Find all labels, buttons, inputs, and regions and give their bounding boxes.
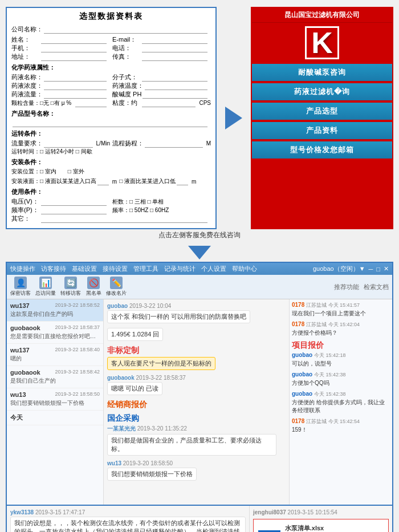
nav-personal[interactable]: 个人设置 <box>201 265 226 273</box>
nav-quick-op[interactable]: 快捷操作 <box>10 265 35 273</box>
brand-menu-acid[interactable]: 耐酸碱泵咨询 <box>252 64 392 81</box>
window-close[interactable]: ✕ <box>384 265 389 273</box>
mol-field[interactable] <box>142 74 207 82</box>
company-field[interactable] <box>44 26 207 34</box>
nav-visitor[interactable]: 访客接待 <box>41 265 66 273</box>
nav-manage[interactable]: 管理工具 <box>133 265 158 273</box>
install-low-field[interactable] <box>177 177 188 185</box>
chem-row2: 药液浓度： 药液温度： <box>11 82 211 90</box>
chat-topbar-nav: 快捷操作 访客接待 基础设置 接待设置 管理工具 记录与统计 个人设置 帮助中心 <box>10 265 257 273</box>
brand-menu-select[interactable]: 产品选型 <box>252 103 392 120</box>
conv-time-3: 2019-3-22 18:58:42 <box>55 369 100 376</box>
nav-help[interactable]: 帮助中心 <box>232 265 257 273</box>
toolbar-total[interactable]: 📊 总访问量 <box>35 277 56 297</box>
chem-name-field[interactable] <box>44 74 107 82</box>
user-status[interactable]: guobao（空闲）▼ <box>313 265 365 273</box>
k-letter: K <box>305 26 339 59</box>
name-field[interactable] <box>41 36 107 44</box>
right-body-5: 159！ <box>292 426 390 434</box>
privacy-icon: 👤 <box>14 277 27 289</box>
brand-menu-price[interactable]: 型号价格发您邮箱 <box>252 141 392 159</box>
viscosity-label: 粘度：约 <box>112 99 141 107</box>
right-time-2: 今天 15:42:18 <box>314 352 346 358</box>
conv-item-2[interactable]: wu137 2019-3-22 18:58:40 嗯的 <box>7 344 103 366</box>
right-body-3: 方便加个QQ吗 <box>292 379 390 387</box>
other-field[interactable] <box>41 215 207 223</box>
company-row: 公司名称： <box>11 25 211 34</box>
temp-field[interactable] <box>145 82 207 90</box>
chat-bottom-section: ykw3138 2019-3-15 17:47:17 我们的设想是，，，装个检测… <box>7 505 392 532</box>
nav-reception[interactable]: 接待设置 <box>103 265 128 273</box>
freq-field[interactable] <box>41 206 107 214</box>
phone-field[interactable] <box>142 44 207 52</box>
address-field[interactable] <box>41 53 107 61</box>
right-msg-1: 0178 江苏盐城 今天 15:42:04 方便报个价格吗？ <box>292 321 390 337</box>
conv-item-3[interactable]: guobaook 2019-3-22 18:58:42 是我们自己生产的 <box>7 366 103 388</box>
conv-msg-2: 嗯的 <box>10 355 99 363</box>
nav-records[interactable]: 记录与统计 <box>164 265 196 273</box>
flow-field[interactable] <box>44 91 107 99</box>
nav-basic[interactable]: 基础设置 <box>72 265 97 273</box>
conv-item-0[interactable]: wu137 2019-3-22 18:58:52 这款泵是你们自生产的吗 <box>7 299 103 322</box>
ph-label: 酸碱度 PH <box>112 90 141 99</box>
msg-sender-guoqi-2: wu13 <box>107 460 121 466</box>
msg-block-guoqi-2: wu13 2019-3-20 18:58:50 我们想要销销烦烦报一下价格 <box>107 460 286 481</box>
transfer-icon: 🔄 <box>64 277 77 289</box>
use-row2: 频率(P)： 频率：□ 50HZ □ 60HZ <box>11 206 211 214</box>
product-field[interactable] <box>13 119 207 127</box>
msg-time-3: 2019-3-22 18:58:37 <box>136 375 186 381</box>
toolbar-transfer[interactable]: 🔄 转移访客 <box>60 277 81 297</box>
fax-label: 传真： <box>112 52 141 61</box>
transport-row2: 运转时间：□ 运转24小时 □ 间歇 <box>11 148 211 156</box>
chat-topbar: 快捷操作 访客接待 基础设置 接待设置 管理工具 记录与统计 个人设置 帮助中心… <box>7 263 392 275</box>
chat-topbar-right: guobao（空闲）▼ ─ □ ✕ <box>313 265 389 273</box>
fax-field[interactable] <box>142 53 207 61</box>
msg-meta-guoqi-2: wu13 2019-3-20 18:58:50 <box>107 460 286 466</box>
cps-unit: CPS <box>199 100 211 106</box>
conc-field[interactable] <box>44 82 107 90</box>
msg-text-3: 嗯嗯 可以的 已读 <box>107 382 162 395</box>
company-label: 公司名称： <box>11 25 43 34</box>
toolbar-edit-card[interactable]: ✏️ 修改名片 <box>106 277 127 297</box>
toolbar-right: 推荐功能 检索文档 <box>334 283 389 291</box>
viscosity-field[interactable] <box>142 99 196 107</box>
mobile-field[interactable] <box>41 44 107 52</box>
flow-req-field[interactable] <box>44 140 93 148</box>
conv-name-1: guobaook <box>10 324 40 331</box>
address-label: 地址： <box>11 52 40 61</box>
phone-label: 电话： <box>112 44 141 52</box>
toolbar-privacy[interactable]: 👤 保密访客 <box>10 277 31 297</box>
right-body-2: 可以的，说型号 <box>292 360 390 368</box>
brand-menu-filter[interactable]: 药液过滤机�询 <box>252 83 392 100</box>
chem-row1: 药液名称： 分子式： <box>11 73 211 82</box>
voltage-field[interactable] <box>41 198 107 206</box>
conv-time-1: 2019-3-22 18:58:37 <box>55 324 100 331</box>
ph-field[interactable] <box>142 91 207 99</box>
blacklist-icon: 🚫 <box>87 277 100 289</box>
install-high-field[interactable] <box>97 177 109 185</box>
conv-item-4[interactable]: wu13 2019-3-22 18:58:50 我们想要销销烦烦报一下价格 <box>7 388 103 411</box>
toolbar-blacklist[interactable]: 🚫 黑名单 <box>85 277 101 297</box>
total-icon: 📊 <box>39 277 52 289</box>
m2-unit: m <box>192 178 196 185</box>
product-section-title: 产品型号名称： <box>11 109 211 118</box>
conv-name-2: wu137 <box>10 347 30 354</box>
head-field[interactable] <box>145 140 203 148</box>
annotation-jingxiao: 经销商报价 <box>107 400 286 410</box>
window-maximize[interactable]: □ <box>376 266 380 273</box>
conc-label: 药液浓度： <box>11 82 43 90</box>
right-msg-3: guobao 今天 15:42:38 方便加个QQ吗 <box>292 371 390 387</box>
conv-item-1[interactable]: guobaook 2019-3-22 18:58:37 您是需要我们直接给您报价… <box>7 322 103 344</box>
email-field[interactable] <box>142 36 207 44</box>
brand-menu-material[interactable]: 产品资料 <box>252 122 392 139</box>
install-row1: 安装位置：□ 室内 □ 室外 <box>11 168 211 176</box>
phase-label: 柜数：□ 三相 □ 单相 <box>112 198 164 206</box>
particle-field[interactable] <box>75 99 107 107</box>
conv-msg-4: 我们想要销销烦烦报一下价格 <box>10 399 99 407</box>
window-minimize[interactable]: ─ <box>369 266 373 273</box>
chem-row3: 药液流量： 酸碱度 PH <box>11 90 211 99</box>
right-time-4: 今天 15:42:38 <box>314 391 346 397</box>
conv-msg-1: 您是需要我们直接给您报价对吧？来... <box>10 332 99 340</box>
msg-text-1: 1.495€ 1.0284 回 <box>107 328 163 341</box>
name-label: 姓名： <box>11 35 40 44</box>
